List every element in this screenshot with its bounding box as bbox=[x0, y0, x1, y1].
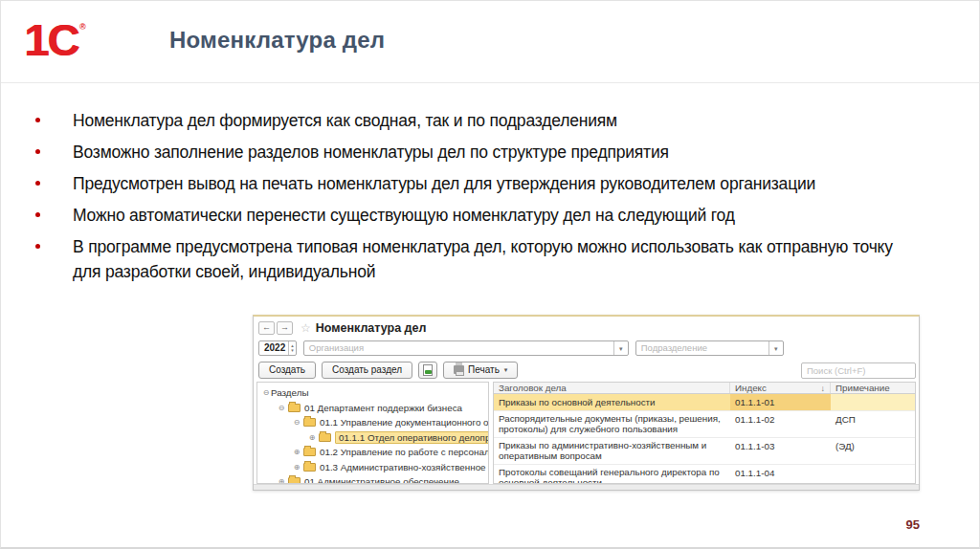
bullet-item: Предусмотрен вывод на печать номенклатур… bbox=[35, 171, 916, 196]
header-divider bbox=[1, 82, 980, 83]
window-nav-bar: ← → ☆ Номенклатура дел bbox=[254, 317, 919, 338]
tree-item-root[interactable]: ⊖ Разделы bbox=[259, 385, 486, 401]
expander-icon[interactable]: ⊖ bbox=[261, 388, 271, 397]
dropdown-icon[interactable]: ▾ bbox=[613, 341, 628, 355]
folder-icon bbox=[288, 404, 301, 412]
sections-tree: ⊖ Разделы ⊖ 01 Департамент поддержки биз… bbox=[256, 382, 489, 484]
bullet-item: Возможно заполнение разделов номенклатур… bbox=[35, 140, 916, 165]
dropdown-caret-icon: ▾ bbox=[504, 366, 508, 374]
back-button[interactable]: ← bbox=[258, 321, 275, 335]
year-spinner[interactable]: 2022 ▴ ▾ bbox=[258, 340, 297, 356]
print-label: Печать bbox=[468, 364, 500, 375]
window-body: ⊖ Разделы ⊖ 01 Департамент поддержки биз… bbox=[254, 382, 919, 484]
table-row[interactable]: Протоколы совещаний генерального директо… bbox=[494, 465, 915, 485]
bullet-text: Предусмотрен вывод на печать номенклатур… bbox=[73, 171, 815, 196]
bullet-text: В программе предусмотрена типовая номенк… bbox=[73, 234, 896, 284]
tree-item-label: Разделы bbox=[271, 387, 308, 398]
department-placeholder: Подразделение bbox=[636, 342, 768, 353]
logo-1c: 1С ® bbox=[24, 11, 110, 76]
tree-item-label: 01 Административное обеспечение bbox=[304, 476, 459, 484]
command-bar: Создать Создать раздел Печать ▾ bbox=[254, 359, 919, 382]
folder-icon bbox=[288, 477, 301, 484]
bullet-list: Номенклатура дел формируется как сводная… bbox=[35, 108, 916, 291]
organization-combo[interactable]: Организация ▾ bbox=[303, 340, 629, 356]
tree-item-selected[interactable]: ⊕ 01.1.1 Отдел оперативного делопроизвод… bbox=[259, 430, 486, 446]
window-title: Номенклатура дел bbox=[316, 321, 427, 335]
print-button[interactable]: Печать ▾ bbox=[443, 362, 518, 379]
cell-title: Приказы по административно-хозяйственным… bbox=[494, 438, 730, 464]
cell-note: ДСП bbox=[831, 411, 915, 437]
table-header: Заголовок дела Индекс ↓ Примечание bbox=[494, 383, 915, 394]
cell-title: Приказы по основной деятельности bbox=[494, 394, 730, 410]
tree-item[interactable]: ⊖ 01.1 Управление документационного обес… bbox=[259, 415, 486, 430]
tree-item[interactable]: ⊕ 01 Административное обеспечение bbox=[259, 474, 486, 484]
tree-item-label: 01.1 Управление документационного обеспе… bbox=[320, 417, 489, 428]
expander-icon[interactable]: ⊖ bbox=[277, 404, 286, 412]
tree-item-label: 01.1.1 Отдел оперативного делопроизводст… bbox=[335, 431, 489, 444]
forward-button[interactable]: → bbox=[277, 321, 293, 335]
spinner-arrows[interactable]: ▴ ▾ bbox=[288, 341, 296, 355]
bullet-dot-icon bbox=[35, 212, 40, 217]
transfer-document-button[interactable] bbox=[418, 362, 437, 379]
logo-1c-text: 1С bbox=[24, 11, 78, 70]
table-row[interactable]: Распорядительные документы (приказы, реш… bbox=[494, 411, 915, 438]
search-input[interactable] bbox=[801, 362, 916, 379]
folder-icon bbox=[303, 463, 316, 472]
bullet-dot-icon bbox=[35, 244, 40, 249]
expander-icon[interactable]: ⊕ bbox=[292, 463, 301, 472]
dropdown-icon[interactable]: ▾ bbox=[768, 341, 783, 355]
cell-index: 01.1.1-04 bbox=[730, 465, 831, 485]
table-row-selected[interactable]: Приказы по основной деятельности 01.1.1-… bbox=[494, 394, 915, 411]
column-header-index-label: Индекс bbox=[735, 383, 767, 393]
tree-item[interactable]: ⊕ 01.2 Управление по работе с персоналом bbox=[259, 445, 486, 460]
printer-icon bbox=[454, 365, 464, 374]
year-value: 2022 bbox=[259, 342, 288, 353]
registered-mark: ® bbox=[79, 22, 86, 32]
organization-placeholder: Организация bbox=[304, 342, 613, 353]
page-number: 95 bbox=[906, 517, 920, 532]
spin-down-icon[interactable]: ▾ bbox=[291, 348, 294, 353]
column-header-note[interactable]: Примечание bbox=[831, 383, 915, 393]
expander-icon[interactable]: ⊕ bbox=[277, 477, 286, 484]
bullet-text: Номенклатура дел формируется как сводная… bbox=[73, 108, 617, 133]
tree-item[interactable]: ⊖ 01 Департамент поддержки бизнеса bbox=[259, 401, 486, 416]
bullet-dot-icon bbox=[35, 149, 40, 154]
department-combo[interactable]: Подразделение ▾ bbox=[635, 340, 784, 356]
sort-desc-icon: ↓ bbox=[821, 384, 826, 393]
expander-icon[interactable]: ⊕ bbox=[307, 433, 317, 442]
expander-icon[interactable]: ⊕ bbox=[292, 448, 301, 456]
cell-note: (ЭД) bbox=[831, 438, 915, 464]
cell-title: Протоколы совещаний генерального директо… bbox=[494, 465, 730, 485]
app-window-screenshot: ← → ☆ Номенклатура дел 2022 ▴ ▾ Организа… bbox=[253, 315, 920, 491]
document-green-icon bbox=[423, 364, 433, 376]
expander-icon[interactable]: ⊖ bbox=[292, 418, 301, 427]
folder-icon bbox=[319, 433, 331, 442]
tree-item-label: 01.2 Управление по работе с персоналом bbox=[320, 447, 489, 457]
bullet-item: В программе предусмотрена типовая номенк… bbox=[35, 234, 916, 284]
cell-note bbox=[831, 465, 915, 485]
cell-note bbox=[831, 394, 915, 410]
tree-item-label: 01.3 Административно-хозяйственное управ… bbox=[320, 462, 489, 472]
bullet-dot-icon bbox=[35, 118, 40, 122]
column-header-index[interactable]: Индекс ↓ bbox=[730, 383, 831, 393]
cell-index: 01.1.1-03 bbox=[730, 438, 831, 464]
cell-title: Распорядительные документы (приказы, реш… bbox=[494, 411, 730, 437]
folder-icon bbox=[303, 448, 316, 456]
create-section-button[interactable]: Создать раздел bbox=[322, 362, 412, 379]
window-bottom-strip bbox=[254, 484, 919, 490]
page-title: Номенклатура дел bbox=[169, 27, 385, 54]
cases-table: Заголовок дела Индекс ↓ Примечание Прика… bbox=[493, 382, 916, 484]
bullet-item: Можно автоматически перенести существующ… bbox=[35, 203, 916, 228]
column-header-title[interactable]: Заголовок дела bbox=[494, 383, 730, 393]
bullet-text: Возможно заполнение разделов номенклатур… bbox=[73, 140, 669, 165]
cell-index: 01.1.1-02 bbox=[730, 411, 831, 437]
tree-item[interactable]: ⊕ 01.3 Административно-хозяйственное упр… bbox=[259, 460, 486, 475]
bullet-item: Номенклатура дел формируется как сводная… bbox=[35, 108, 916, 133]
table-row[interactable]: Приказы по административно-хозяйственным… bbox=[494, 438, 915, 465]
cell-index: 01.1.1-01 bbox=[730, 394, 831, 410]
tree-item-label: 01 Департамент поддержки бизнеса bbox=[304, 403, 462, 413]
create-button[interactable]: Создать bbox=[258, 362, 316, 379]
folder-icon bbox=[303, 418, 316, 427]
favorite-star-icon[interactable]: ☆ bbox=[301, 321, 311, 335]
bullet-text: Можно автоматически перенести существующ… bbox=[73, 203, 735, 228]
